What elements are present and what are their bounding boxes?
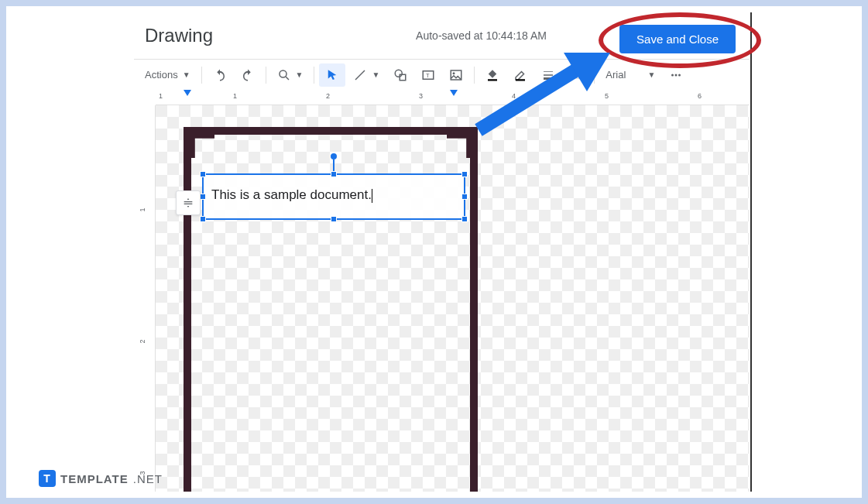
svg-line-1 (286, 77, 289, 80)
watermark-icon: T (39, 470, 56, 487)
svg-rect-9 (488, 79, 497, 81)
select-tool-button[interactable] (319, 63, 345, 87)
ruler-tick: 2 (139, 339, 146, 343)
rotation-connector (333, 159, 335, 172)
border-color-icon (513, 68, 527, 82)
resize-handle-s[interactable] (331, 216, 337, 222)
dialog-title: Drawing (145, 25, 213, 46)
border-color-button[interactable] (507, 63, 533, 87)
redo-button[interactable] (235, 63, 261, 87)
margin-marker-right[interactable] (450, 90, 458, 96)
svg-point-0 (280, 70, 286, 77)
vertical-ruler[interactable]: 1 2 3 (134, 105, 156, 492)
ruler-tick: 1 (139, 207, 146, 211)
image-tool-button[interactable] (443, 63, 469, 87)
undo-icon (213, 68, 227, 82)
more-icon (669, 68, 683, 82)
rotation-handle[interactable] (331, 153, 337, 159)
chevron-down-icon: ▼ (647, 70, 655, 79)
shape-icon (393, 68, 407, 82)
resize-handle-sw[interactable] (200, 216, 206, 222)
resize-handle-e[interactable] (461, 194, 468, 200)
toolbar: Actions▼ ▼ ▼ T Arial▼ (134, 59, 750, 90)
ruler-tick: 1 (233, 92, 237, 100)
select-icon (325, 68, 339, 82)
watermark-text-main: TEMPLATE (60, 472, 129, 485)
drag-icon (182, 197, 194, 209)
zoom-icon (277, 68, 291, 82)
line-icon (353, 68, 367, 82)
dialog-header: Drawing Auto-saved at 10:44:18 AM Save a… (134, 12, 750, 59)
dialog-right-border (750, 12, 752, 492)
line-tool-button[interactable]: ▼ (347, 63, 386, 87)
svg-point-3 (396, 70, 403, 77)
drawing-dialog: Drawing Auto-saved at 10:44:18 AM Save a… (134, 12, 750, 492)
margin-marker-left[interactable] (184, 90, 191, 96)
font-select-button[interactable]: Arial▼ (599, 63, 661, 87)
redo-icon (241, 68, 255, 82)
separator (266, 67, 266, 84)
selected-textbox[interactable]: This is a sample document. (202, 173, 465, 220)
resize-handle-nw[interactable] (200, 171, 206, 177)
undo-button[interactable] (207, 63, 233, 87)
svg-rect-10 (516, 79, 525, 81)
text-cursor (372, 189, 372, 203)
horizontal-ruler[interactable]: 1 1 2 3 4 5 6 (156, 90, 750, 105)
svg-point-8 (453, 72, 455, 74)
drawing-canvas[interactable]: This is a sample document. (156, 105, 750, 492)
ruler-tick: 5 (605, 92, 609, 100)
border-weight-button[interactable] (535, 63, 561, 87)
fill-color-icon (485, 68, 499, 82)
textbox-content[interactable]: This is a sample document. (204, 175, 464, 215)
chevron-down-icon: ▼ (372, 70, 379, 79)
resize-handle-w[interactable] (200, 194, 206, 200)
svg-text:T: T (426, 72, 430, 79)
ruler-tick: 1 (159, 92, 163, 100)
border-weight-icon (541, 68, 555, 82)
separator (314, 67, 314, 84)
chevron-down-icon: ▼ (296, 70, 304, 79)
chevron-down-icon: ▼ (183, 70, 190, 79)
shape-tool-button[interactable] (387, 63, 413, 87)
textbox-tool-button[interactable]: T (415, 63, 441, 87)
svg-point-19 (678, 74, 681, 76)
svg-point-18 (675, 74, 678, 76)
watermark-text-suffix: .NET (133, 472, 163, 485)
separator (474, 67, 475, 84)
app-frame: Drawing Auto-saved at 10:44:18 AM Save a… (0, 0, 868, 504)
border-dash-button[interactable] (563, 63, 589, 87)
more-options-button[interactable] (663, 63, 689, 87)
ruler-tick: 3 (419, 92, 423, 100)
image-icon (449, 68, 463, 82)
border-dash-icon (569, 68, 583, 82)
separator (201, 67, 202, 84)
ruler-tick: 6 (698, 92, 702, 100)
autosave-status: Auto-saved at 10:44:18 AM (416, 29, 547, 42)
ruler-tick: 2 (326, 92, 330, 100)
svg-point-17 (671, 74, 674, 76)
separator (594, 67, 595, 84)
canvas-area: 1 1 2 3 4 5 6 1 2 3 (134, 90, 750, 492)
watermark: T TEMPLATE.NET (39, 470, 163, 487)
ruler-tick: 4 (512, 92, 516, 100)
resize-handle-ne[interactable] (461, 171, 468, 177)
zoom-button[interactable]: ▼ (271, 63, 310, 87)
resize-handle-se[interactable] (461, 216, 468, 222)
actions-menu-button[interactable]: Actions▼ (139, 63, 197, 87)
save-and-close-button[interactable]: Save and Close (619, 25, 736, 53)
textbox-icon: T (421, 68, 435, 82)
svg-line-2 (355, 70, 365, 80)
svg-rect-4 (400, 74, 407, 81)
fill-color-button[interactable] (479, 63, 506, 87)
resize-handle-n[interactable] (331, 171, 337, 177)
textbox-drag-handle[interactable] (176, 190, 201, 215)
